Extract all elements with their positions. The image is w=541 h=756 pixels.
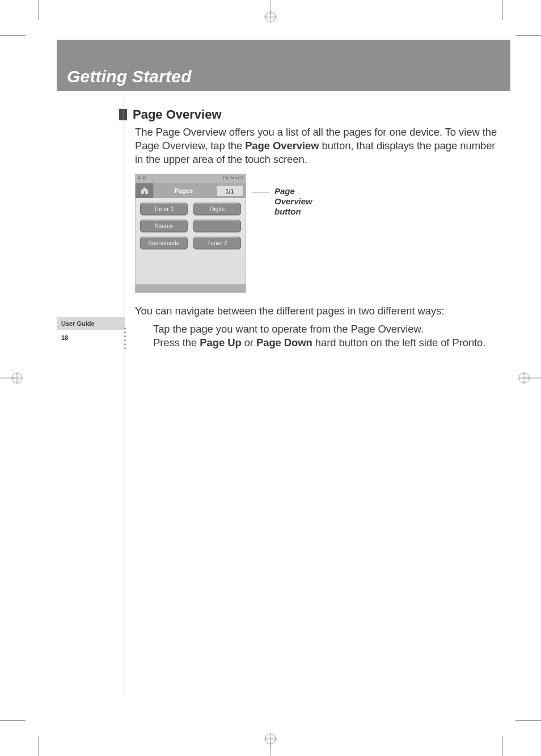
- page-button[interactable]: Source: [140, 220, 188, 232]
- figure-row: 4:36 Fri Jan 03 Pages 1/1 Tuner 1 Digits: [135, 174, 498, 293]
- vertical-rule: [124, 98, 124, 695]
- trim-mark: [502, 736, 503, 756]
- trim-mark: [0, 720, 26, 721]
- device-statusbar: 4:36 Fri Jan 03: [136, 174, 246, 183]
- nav-item-bold: Page Down: [256, 337, 312, 348]
- footer-label: User Guide: [57, 317, 125, 330]
- nav-item-bold: Page Up: [200, 337, 241, 348]
- intro-bold: Page Overview: [245, 140, 319, 152]
- trim-mark: [0, 35, 26, 36]
- section-heading: Page Overview: [133, 107, 222, 123]
- page-button[interactable]: Digits: [193, 203, 241, 215]
- page-button[interactable]: [193, 220, 241, 232]
- crop-mark-bottom: [259, 733, 282, 756]
- page-number: 18: [57, 330, 125, 342]
- nav-item: Press the Page Up or Page Down hard butt…: [153, 336, 498, 350]
- callout-line: Page: [274, 186, 312, 196]
- footer-dots: [124, 327, 126, 349]
- figure-callout: Page Overview button: [274, 186, 312, 217]
- chapter-title: Getting Started: [67, 67, 192, 86]
- page-button[interactable]: Tuner 1: [140, 203, 188, 215]
- trim-mark: [515, 720, 541, 721]
- nav-intro: You can navigate between the different p…: [135, 304, 498, 318]
- status-time: 4:36: [138, 175, 147, 182]
- page-button[interactable]: Soundmode: [140, 237, 188, 249]
- callout-line: Overview: [274, 196, 312, 207]
- nav-item-text: Tap the page you want to operate from th…: [153, 323, 424, 335]
- callout-leader-line: [252, 192, 269, 192]
- nav-item: Tap the page you want to operate from th…: [153, 322, 498, 336]
- nav-item-pre: Press the: [153, 337, 200, 348]
- trim-mark: [38, 0, 39, 20]
- callout-line: button: [274, 207, 312, 217]
- status-date: Fri Jan 03: [223, 175, 243, 182]
- crop-mark-right: [518, 367, 541, 389]
- page-overview-button[interactable]: 1/1: [216, 185, 243, 196]
- device-footbar: [136, 284, 246, 292]
- home-icon: [136, 183, 154, 198]
- page-button[interactable]: Tuner 2: [193, 237, 241, 249]
- device-tabrow: Pages 1/1: [136, 183, 246, 198]
- device-screenshot: 4:36 Fri Jan 03 Pages 1/1 Tuner 1 Digits: [135, 174, 246, 293]
- trim-mark: [515, 35, 541, 36]
- nav-item-post: hard button on the left side of Pronto.: [312, 337, 486, 348]
- crop-mark-top: [259, 0, 282, 23]
- trim-mark: [38, 736, 39, 756]
- nav-item-mid: or: [242, 337, 256, 348]
- crop-mark-left: [0, 367, 23, 389]
- page-footer: User Guide 18: [57, 317, 125, 342]
- trim-mark: [502, 0, 503, 20]
- chapter-banner: Getting Started: [57, 40, 510, 91]
- section-marker: [119, 109, 127, 120]
- device-page-grid: Tuner 1 Digits Source Soundmode Tuner 2: [136, 198, 246, 254]
- tab-label: Pages: [154, 187, 214, 195]
- intro-paragraph: The Page Overview offers you a list of a…: [135, 125, 498, 166]
